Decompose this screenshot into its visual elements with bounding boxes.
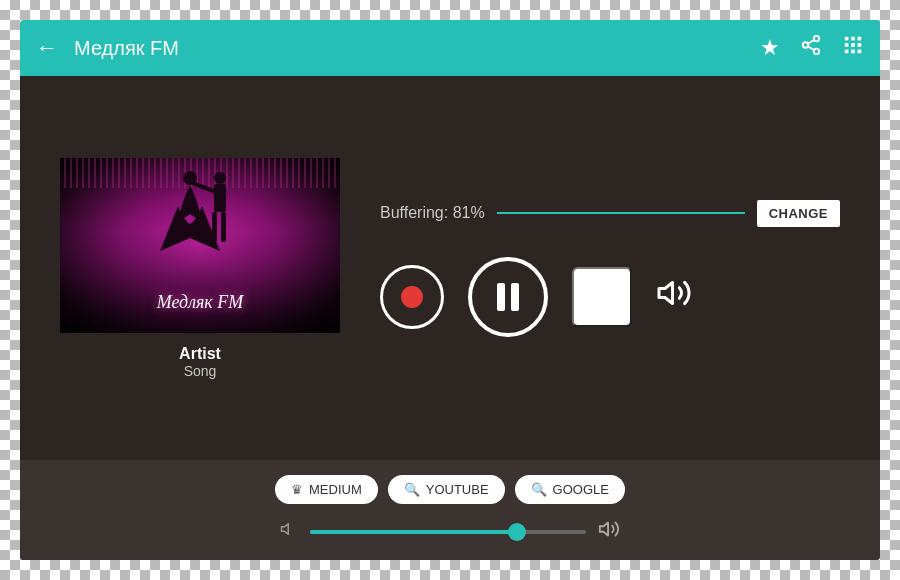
svg-rect-9 — [851, 43, 855, 47]
svg-rect-5 — [845, 37, 849, 41]
top-bar: ← Медляк FM ★ — [20, 20, 880, 76]
volume-slider-thumb[interactable] — [508, 523, 526, 541]
album-art-section: Медляк FM Artist Song — [60, 158, 340, 379]
player-area: Медляк FM Artist Song Buffering: 81% CHA… — [20, 76, 880, 460]
top-bar-icons: ★ — [760, 34, 864, 62]
bottom-bar: ♛ MEDIUM 🔍 YOUTUBE 🔍 GOOGLE — [20, 460, 880, 560]
medium-button[interactable]: ♛ MEDIUM — [275, 475, 378, 504]
record-button[interactable] — [380, 265, 444, 329]
main-content: Медляк FM Artist Song Buffering: 81% CHA… — [20, 76, 880, 560]
crown-icon: ♛ — [291, 482, 303, 497]
volume-slider-fill — [310, 530, 517, 534]
medium-label: MEDIUM — [309, 482, 362, 497]
svg-marker-21 — [282, 524, 289, 535]
svg-rect-16 — [214, 184, 226, 212]
youtube-button[interactable]: 🔍 YOUTUBE — [388, 475, 505, 504]
album-art-background: Медляк FM — [60, 158, 340, 333]
svg-line-3 — [808, 46, 814, 50]
buffering-row: Buffering: 81% CHANGE — [380, 200, 840, 227]
buffering-label: Buffering: 81% — [380, 204, 485, 222]
app-container: ← Медляк FM ★ — [20, 20, 880, 560]
volume-slider-row — [280, 518, 620, 546]
svg-line-4 — [808, 40, 814, 44]
svg-rect-7 — [858, 37, 862, 41]
stop-button[interactable] — [572, 267, 632, 327]
playback-controls — [380, 257, 840, 337]
background: ← Медляк FM ★ — [0, 0, 900, 580]
volume-icon[interactable] — [656, 275, 692, 318]
pause-bar-left — [497, 283, 505, 311]
svg-rect-13 — [858, 50, 862, 54]
google-search-icon: 🔍 — [531, 482, 547, 497]
svg-rect-11 — [845, 50, 849, 54]
change-button[interactable]: CHANGE — [757, 200, 840, 227]
youtube-label: YOUTUBE — [426, 482, 489, 497]
volume-high-icon — [598, 518, 620, 546]
favorite-icon[interactable]: ★ — [760, 35, 780, 61]
google-button[interactable]: 🔍 GOOGLE — [515, 475, 625, 504]
album-logo: Медляк FM — [157, 292, 244, 313]
pause-button[interactable] — [468, 257, 548, 337]
back-button[interactable]: ← — [36, 35, 58, 61]
buffering-bar — [497, 212, 745, 214]
artist-info: Artist Song — [179, 345, 221, 379]
svg-rect-8 — [845, 43, 849, 47]
svg-rect-6 — [851, 37, 855, 41]
svg-marker-20 — [659, 283, 673, 304]
google-label: GOOGLE — [553, 482, 609, 497]
album-art: Медляк FM — [60, 158, 340, 333]
svg-rect-10 — [858, 43, 862, 47]
youtube-search-icon: 🔍 — [404, 482, 420, 497]
svg-line-19 — [195, 184, 214, 191]
app-title: Медляк FM — [74, 37, 760, 60]
volume-slider-track[interactable] — [310, 530, 586, 534]
pause-bar-right — [511, 283, 519, 311]
controls-section: Buffering: 81% CHANGE — [380, 200, 840, 337]
volume-low-icon — [280, 520, 298, 543]
svg-point-15 — [214, 172, 226, 184]
search-buttons: ♛ MEDIUM 🔍 YOUTUBE 🔍 GOOGLE — [275, 475, 625, 504]
record-dot — [401, 286, 423, 308]
gradient-overlay — [60, 228, 340, 333]
share-icon[interactable] — [800, 34, 822, 62]
song-name: Song — [179, 363, 221, 379]
grid-icon[interactable] — [842, 34, 864, 62]
svg-marker-22 — [600, 522, 608, 535]
svg-rect-12 — [851, 50, 855, 54]
artist-name: Artist — [179, 345, 221, 363]
